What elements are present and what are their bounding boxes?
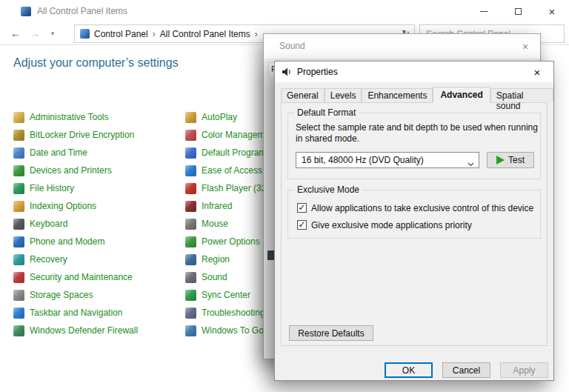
windows-defender-firewall-icon bbox=[13, 325, 24, 336]
sample-rate-value: 16 bit, 48000 Hz (DVD Quality) bbox=[302, 155, 424, 165]
page-title: Adjust your computer’s settings bbox=[13, 56, 179, 70]
control-panel-item-phone-and-modem[interactable]: Phone and Modem bbox=[13, 233, 184, 250]
control-panel-item-label: Indexing Options bbox=[30, 201, 96, 211]
cancel-button[interactable]: Cancel bbox=[442, 362, 490, 378]
control-panel-item-label: Infrared bbox=[202, 201, 232, 211]
tab-enhancements[interactable]: Enhancements bbox=[362, 88, 433, 102]
test-button[interactable]: Test bbox=[487, 152, 534, 168]
exclusive-mode-options: ✓Allow applications to take exclusive co… bbox=[297, 199, 534, 233]
properties-tab-strip: GeneralLevelsEnhancementsAdvancedSpatial… bbox=[281, 86, 553, 102]
control-panel-item-label: File History bbox=[30, 183, 74, 193]
tab-advanced[interactable]: Advanced bbox=[433, 87, 490, 103]
control-panel-item-label: Sound bbox=[202, 272, 227, 282]
control-panel-item-taskbar-and-navigation[interactable]: Taskbar and Navigation bbox=[13, 304, 184, 322]
breadcrumb-separator-icon: › bbox=[255, 29, 258, 39]
sound-icon bbox=[185, 272, 196, 283]
control-panel-item-label: AutoPlay bbox=[202, 112, 237, 122]
checkbox-icon: ✓ bbox=[297, 220, 307, 230]
forward-button[interactable]: → bbox=[27, 26, 43, 41]
maximize-icon bbox=[515, 8, 522, 15]
back-button[interactable]: ← bbox=[7, 26, 24, 41]
control-panel-item-storage-spaces[interactable]: Storage Spaces bbox=[13, 286, 184, 304]
checkbox-icon: ✓ bbox=[297, 203, 307, 213]
color-management-icon bbox=[185, 130, 196, 141]
windows-to-go-icon bbox=[185, 325, 196, 336]
dialog-buttons: OKCancelApply bbox=[385, 362, 548, 378]
indexing-options-icon bbox=[13, 201, 24, 212]
control-panel-item-label: Storage Spaces bbox=[30, 290, 93, 300]
control-panel-item-label: Devices and Printers bbox=[30, 165, 112, 176]
keyboard-icon bbox=[13, 219, 24, 230]
control-panel-item-bitlocker-drive-encryption[interactable]: BitLocker Drive Encryption bbox=[13, 126, 184, 144]
ok-button[interactable]: OK bbox=[385, 362, 433, 378]
devices-and-printers-icon bbox=[13, 165, 24, 176]
control-panel-item-indexing-options[interactable]: Indexing Options bbox=[13, 197, 184, 215]
control-panel-item-label: Recovery bbox=[30, 254, 67, 265]
checkbox-allow-applications-to-take-exclusive-control-of-this-device[interactable]: ✓Allow applications to take exclusive co… bbox=[297, 199, 534, 216]
control-panel-item-date-and-time[interactable]: Date and Time bbox=[13, 144, 184, 162]
administrative-tools-icon bbox=[13, 112, 24, 123]
infrared-icon bbox=[185, 201, 196, 212]
troubleshooting-icon bbox=[185, 308, 196, 319]
control-panel-item-label: Security and Maintenance bbox=[30, 272, 133, 282]
tab-levels[interactable]: Levels bbox=[325, 88, 362, 102]
control-panel-item-security-and-maintenance[interactable]: Security and Maintenance bbox=[13, 268, 184, 286]
file-history-icon bbox=[13, 183, 24, 194]
breadcrumb-root[interactable]: Control Panel bbox=[94, 29, 148, 39]
checkbox-give-exclusive-mode-applications-priority[interactable]: ✓Give exclusive mode applications priori… bbox=[297, 216, 534, 233]
chevron-down-icon bbox=[467, 159, 474, 169]
window-controls: × bbox=[467, 0, 569, 22]
control-panel-item-label: Sync Center bbox=[202, 290, 250, 300]
ease-of-access-center-icon bbox=[185, 165, 196, 176]
storage-spaces-icon bbox=[13, 290, 24, 301]
control-panel-item-label: Phone and Modem bbox=[30, 236, 104, 247]
recovery-icon bbox=[13, 254, 24, 265]
control-panel-item-label: Power Options bbox=[202, 236, 260, 247]
window-title: All Control Panel Items bbox=[37, 6, 127, 16]
properties-title-bar: Properties × bbox=[275, 62, 553, 82]
properties-title: Properties bbox=[297, 62, 338, 82]
control-panel-item-devices-and-printers[interactable]: Devices and Printers bbox=[13, 162, 184, 179]
control-panel-item-recovery[interactable]: Recovery bbox=[13, 250, 184, 268]
control-panel-item-label: Troubleshooting bbox=[202, 308, 265, 318]
minimize-button[interactable] bbox=[467, 0, 501, 22]
tab-general[interactable]: General bbox=[281, 88, 325, 102]
sync-center-icon bbox=[185, 290, 196, 301]
title-bar: All Control Panel Items × bbox=[0, 0, 569, 22]
breadcrumb-current[interactable]: All Control Panel Items bbox=[160, 29, 250, 39]
control-panel-item-label: Mouse bbox=[202, 219, 228, 229]
exclusive-mode-group: Exclusive Mode ✓Allow applications to ta… bbox=[287, 190, 541, 239]
control-panel-item-administrative-tools[interactable]: Administrative Tools bbox=[13, 108, 184, 126]
control-panel-item-label: Date and Time bbox=[30, 147, 87, 158]
default-format-group-label: Default Format bbox=[294, 107, 359, 118]
checkbox-label: Give exclusive mode applications priorit… bbox=[311, 220, 472, 230]
control-panel-item-file-history[interactable]: File History bbox=[13, 179, 184, 197]
default-format-group: Default Format Select the sample rate an… bbox=[287, 113, 541, 179]
history-dropdown-icon[interactable]: ▾ bbox=[44, 26, 61, 41]
power-options-icon bbox=[185, 236, 196, 248]
control-panel-item-label: Windows To Go bbox=[202, 325, 264, 336]
date-and-time-icon bbox=[13, 147, 24, 159]
control-panel-item-label: Default Programs bbox=[202, 147, 270, 158]
taskbar-and-navigation-icon bbox=[13, 308, 24, 319]
default-format-description: Select the sample rate and bit depth to … bbox=[296, 122, 543, 144]
control-panel-item-label: BitLocker Drive Encryption bbox=[30, 130, 134, 140]
control-panel-app-icon bbox=[21, 7, 31, 16]
autoplay-icon bbox=[185, 112, 196, 123]
control-panel-item-keyboard[interactable]: Keyboard bbox=[13, 215, 184, 233]
sample-rate-dropdown[interactable]: 16 bit, 48000 Hz (DVD Quality) bbox=[296, 152, 479, 168]
sound-close-button[interactable]: × bbox=[510, 34, 540, 59]
speaker-icon bbox=[282, 67, 292, 80]
control-panel-item-windows-defender-firewall[interactable]: Windows Defender Firewall bbox=[13, 322, 184, 339]
apply-button[interactable]: Apply bbox=[500, 362, 548, 378]
sound-dialog-title-bar: Sound bbox=[264, 34, 540, 59]
mouse-icon bbox=[185, 219, 196, 230]
control-panel-window: All Control Panel Items × ← → ▾ Control … bbox=[0, 0, 569, 392]
restore-defaults-button[interactable]: Restore Defaults bbox=[289, 325, 373, 341]
close-window-button[interactable]: × bbox=[535, 0, 569, 22]
play-icon bbox=[496, 156, 505, 165]
bitlocker-drive-encryption-icon bbox=[13, 130, 24, 141]
maximize-button[interactable] bbox=[501, 0, 535, 22]
properties-close-button[interactable]: × bbox=[521, 62, 553, 82]
tab-spatial-sound[interactable]: Spatial sound bbox=[490, 88, 553, 102]
